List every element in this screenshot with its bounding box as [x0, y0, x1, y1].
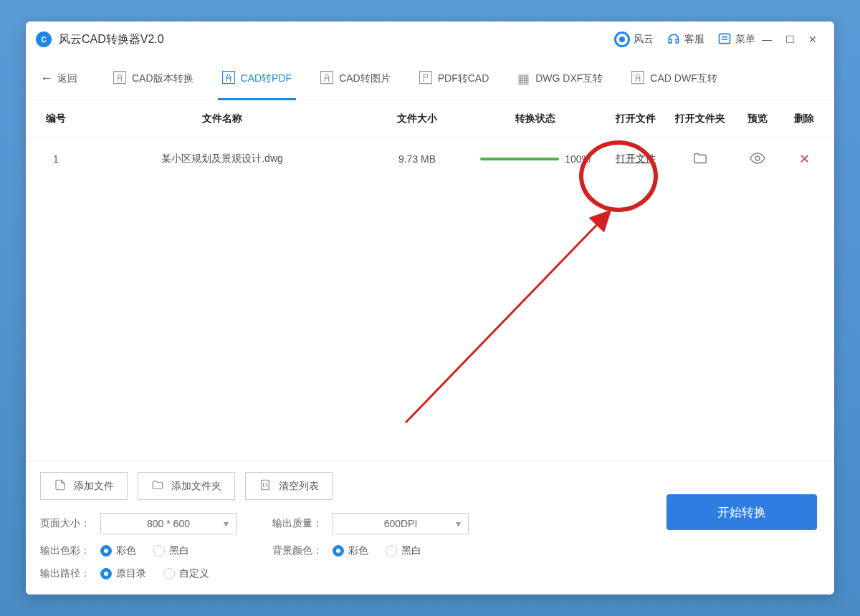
col-name: 文件名称 — [77, 112, 367, 125]
tab-label: DWG DXF互转 — [535, 72, 603, 85]
menu-icon — [717, 32, 732, 48]
page-size-dropdown[interactable]: 800 * 600 ▾ — [100, 513, 236, 534]
tab-label: CAD转PDF — [241, 72, 292, 85]
menu-button[interactable]: 菜单 — [717, 32, 755, 48]
add-file-label: 添加文件 — [74, 480, 114, 493]
tab-cad-dwf[interactable]: 🄰 CAD DWF互转 — [621, 57, 727, 100]
tab-dwg-dxf[interactable]: ▦ DWG DXF互转 — [507, 57, 613, 100]
app-window: C 风云CAD转换器V2.0 风云 客服 菜单 — ☐ ✕ ← 返回 — [26, 21, 834, 595]
tab-pdf-to-cad[interactable]: 🄿 PDF转CAD — [409, 57, 500, 100]
out-quality-value: 600DPI — [384, 518, 418, 529]
tab-cad-version[interactable]: 🄰 CAD版本转换 — [103, 57, 204, 100]
doc-icon: 🄰 — [631, 71, 644, 86]
radio-bg-color[interactable]: 彩色 — [333, 544, 368, 557]
folder-add-icon — [151, 478, 164, 494]
radio-dot-icon — [100, 568, 112, 579]
app-logo-icon: C — [36, 32, 52, 47]
row-delete: ✕ — [783, 151, 826, 167]
radio-dot-icon — [153, 545, 165, 557]
col-status: 转换状态 — [467, 112, 603, 125]
add-folder-button[interactable]: 添加文件夹 — [138, 472, 235, 500]
doc-icon: ▦ — [517, 71, 530, 87]
col-open: 打开文件 — [603, 112, 668, 125]
file-add-icon — [54, 478, 67, 494]
brand-ring-icon — [614, 32, 630, 47]
brand-label: 风云 — [634, 33, 654, 46]
table-row: 1 某小区规划及景观设计.dwg 9.73 MB 100% 打开文件 ✕ — [26, 138, 834, 181]
titlebar: C 风云CAD转换器V2.0 风云 客服 菜单 — ☐ ✕ — [26, 21, 834, 57]
progress-percent: 100% — [565, 153, 591, 165]
radio-bw-label: 黑白 — [169, 544, 189, 557]
annotation-arrow — [391, 201, 628, 430]
clear-list-button[interactable]: 清空列表 — [245, 472, 333, 500]
radio-bw[interactable]: 黑白 — [153, 544, 189, 557]
col-preview: 预览 — [732, 112, 783, 125]
doc-icon: 🄰 — [222, 71, 235, 86]
tab-cad-to-pdf[interactable]: 🄰 CAD转PDF — [212, 57, 302, 100]
svg-point-3 — [755, 156, 760, 160]
row-size: 9.73 MB — [367, 153, 467, 165]
row-preview — [732, 150, 783, 169]
folder-icon[interactable] — [692, 150, 708, 166]
page-size-value: 800 * 600 — [147, 518, 190, 529]
page-size-label: 页面大小： — [40, 517, 90, 530]
radio-orig-dir[interactable]: 原目录 — [100, 567, 146, 580]
table-header: 编号 文件名称 文件大小 转换状态 打开文件 打开文件夹 预览 删除 — [26, 100, 834, 138]
bottom-panel: 添加文件 添加文件夹 清空列表 页面大小： 800 * 600 — [26, 460, 834, 595]
out-path-label: 输出路径： — [40, 567, 90, 580]
radio-bg-color-label: 彩色 — [348, 544, 368, 557]
radio-dot-icon — [100, 545, 112, 557]
out-quality-label: 输出质量： — [272, 517, 322, 530]
start-label: 开始转换 — [717, 504, 766, 521]
svg-line-7 — [406, 211, 610, 423]
add-folder-label: 添加文件夹 — [171, 480, 221, 493]
support-button[interactable]: 客服 — [666, 32, 704, 48]
out-quality-dropdown[interactable]: 600DPI ▾ — [333, 513, 469, 534]
chevron-down-icon: ▾ — [456, 518, 461, 529]
radio-dot-icon — [333, 545, 344, 557]
row-folder — [668, 150, 732, 168]
row-status: 100% — [467, 153, 603, 165]
svg-rect-4 — [262, 480, 269, 490]
out-color-label: 输出色彩： — [40, 544, 90, 557]
tab-cad-to-image[interactable]: 🄰 CAD转图片 — [310, 57, 401, 100]
radio-bg-bw[interactable]: 黑白 — [386, 544, 421, 557]
radio-custom-dir[interactable]: 自定义 — [163, 567, 209, 580]
clear-icon — [259, 478, 272, 494]
start-convert-button[interactable]: 开始转换 — [666, 494, 817, 530]
close-button[interactable]: ✕ — [801, 34, 824, 45]
tab-label: CAD DWF互转 — [650, 72, 717, 85]
progress-bar — [480, 158, 559, 160]
delete-icon[interactable]: ✕ — [799, 151, 810, 167]
radio-dot-icon — [163, 568, 175, 579]
bg-color-label: 背景颜色： — [272, 544, 322, 557]
radio-color-label: 彩色 — [116, 544, 136, 557]
row-open: 打开文件 — [603, 153, 668, 165]
radio-orig-label: 原目录 — [116, 567, 146, 580]
col-folder: 打开文件夹 — [668, 112, 732, 125]
menu-label: 菜单 — [735, 33, 755, 46]
brand-button[interactable]: 风云 — [614, 32, 654, 47]
open-file-link[interactable]: 打开文件 — [616, 153, 656, 164]
maximize-button[interactable]: ☐ — [778, 34, 801, 45]
tab-label: CAD转图片 — [339, 72, 391, 85]
app-title: 风云CAD转换器V2.0 — [59, 32, 164, 47]
col-size: 文件大小 — [367, 112, 467, 125]
back-label: 返回 — [57, 72, 77, 85]
add-file-button[interactable]: 添加文件 — [40, 472, 128, 500]
doc-icon: 🄰 — [113, 71, 126, 86]
support-label: 客服 — [684, 33, 704, 46]
col-num: 编号 — [34, 112, 77, 125]
radio-dot-icon — [386, 545, 397, 557]
tab-label: CAD版本转换 — [132, 72, 194, 85]
back-button[interactable]: ← 返回 — [40, 71, 77, 86]
radio-custom-label: 自定义 — [179, 567, 209, 580]
chevron-down-icon: ▾ — [224, 518, 229, 529]
arrow-left-icon: ← — [40, 71, 53, 86]
radio-color[interactable]: 彩色 — [100, 544, 136, 557]
headset-icon — [666, 32, 681, 48]
row-filename: 某小区规划及景观设计.dwg — [77, 153, 367, 165]
doc-icon: 🄿 — [419, 71, 432, 86]
eye-icon[interactable] — [749, 150, 766, 167]
minimize-button[interactable]: — — [755, 34, 778, 45]
